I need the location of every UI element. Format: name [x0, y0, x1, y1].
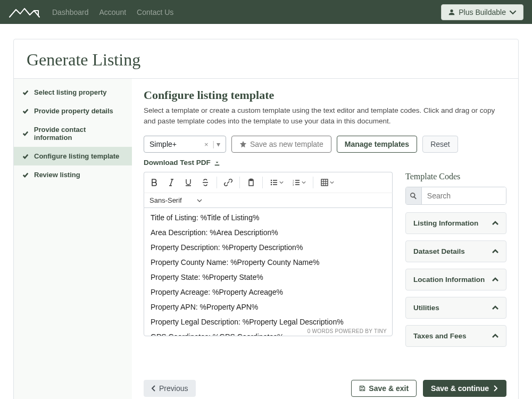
- underline-button[interactable]: [180, 174, 196, 190]
- chevron-down-icon: [330, 180, 334, 185]
- toolbar-divider: [313, 177, 313, 188]
- navbar: Dashboard Account Contact Us Plus Builda…: [0, 0, 532, 24]
- strikethrough-icon: [201, 178, 210, 187]
- svg-point-4: [271, 184, 272, 185]
- chevron-down-icon: ▾: [217, 140, 220, 148]
- template-select[interactable]: Simple+ × | ▾: [144, 136, 226, 153]
- clipboard-icon: [247, 178, 255, 187]
- accordion-dataset-details[interactable]: Dataset Details: [405, 240, 506, 262]
- accordion-location-information[interactable]: Location Information: [405, 269, 506, 290]
- paste-button[interactable]: [243, 174, 259, 190]
- save-icon: [359, 385, 365, 392]
- check-icon: [22, 153, 29, 160]
- previous-button[interactable]: Previous: [144, 380, 196, 397]
- wizard-footer-right: Save & exit Save & continue: [351, 380, 506, 397]
- logo-icon: [9, 5, 40, 19]
- wizard-card: Generate Listing Select listing property…: [13, 39, 519, 399]
- toolbar-divider: [217, 177, 217, 188]
- accordion-listing-information[interactable]: Listing Information: [405, 212, 506, 234]
- star-icon: [239, 140, 247, 148]
- strikethrough-button[interactable]: [197, 174, 213, 190]
- step-label: Review listing: [34, 171, 80, 179]
- editor-line: Property Description: %Property Descript…: [151, 243, 386, 252]
- download-icon: [214, 160, 220, 166]
- font-family-select[interactable]: Sans-Serif: [149, 196, 202, 204]
- editor-line: Property County Name: %Property County N…: [151, 258, 386, 267]
- page-container: Generate Listing Select listing property…: [13, 39, 519, 399]
- template-codes-panel: Template Codes Listing Information: [405, 172, 506, 353]
- save-as-new-template-label: Save as new template: [250, 140, 323, 148]
- table-button[interactable]: [317, 174, 338, 190]
- template-codes-search: [405, 187, 506, 205]
- step-label: Configure listing template: [34, 152, 119, 160]
- step-label: Provide contact information: [34, 126, 124, 142]
- step-provide-property-details[interactable]: Provide property details: [14, 102, 132, 120]
- svg-rect-8: [321, 179, 328, 186]
- save-and-continue-label: Save & continue: [431, 384, 489, 393]
- template-select-clear-icon[interactable]: ×: [204, 140, 209, 148]
- manage-templates-button[interactable]: Manage templates: [337, 136, 417, 153]
- save-and-continue-button[interactable]: Save & continue: [423, 380, 506, 397]
- reset-button[interactable]: Reset: [422, 136, 458, 153]
- chevron-up-icon: [492, 333, 498, 339]
- editor-line: Property APN: %Property APN%: [151, 303, 386, 311]
- bullet-list-button[interactable]: [266, 174, 287, 190]
- editor-line: Property Legal Description: %Property Le…: [151, 318, 386, 326]
- bold-button[interactable]: [146, 174, 162, 190]
- save-and-exit-button[interactable]: Save & exit: [351, 380, 417, 397]
- user-menu-label: Plus Buildable: [459, 8, 506, 16]
- accordion-label: Utilities: [413, 304, 439, 312]
- nav-left: Dashboard Account Contact Us: [9, 5, 173, 19]
- link-button[interactable]: [220, 174, 236, 190]
- user-menu-button[interactable]: Plus Buildable: [441, 4, 523, 20]
- accordion-label: Dataset Details: [413, 247, 465, 255]
- check-icon: [22, 108, 29, 114]
- editor-column: 123 Sans-Serif: [144, 172, 393, 336]
- user-icon: [448, 9, 455, 16]
- check-icon: [22, 130, 29, 137]
- chevron-left-icon: [152, 385, 156, 392]
- accordion-taxes-and-fees[interactable]: Taxes and Fees: [405, 325, 506, 347]
- template-codes-search-input[interactable]: [422, 187, 506, 204]
- chevron-up-icon: [492, 305, 498, 311]
- numbered-list-button[interactable]: 123: [288, 174, 310, 190]
- template-codes-title: Template Codes: [405, 172, 506, 181]
- check-icon: [22, 89, 29, 96]
- save-as-new-template-button[interactable]: Save as new template: [231, 136, 331, 153]
- previous-label: Previous: [159, 384, 188, 393]
- svg-point-2: [271, 180, 272, 181]
- reset-label: Reset: [430, 140, 450, 148]
- numbered-list-icon: 123: [292, 178, 301, 187]
- accordion-utilities[interactable]: Utilities: [405, 297, 506, 319]
- manage-templates-label: Manage templates: [345, 140, 409, 148]
- step-provide-contact-information[interactable]: Provide contact information: [14, 120, 132, 147]
- accordion-label: Taxes and Fees: [413, 332, 467, 340]
- editor-line: Property State: %Property State%: [151, 273, 386, 281]
- editor-footer-status: 0 WORDS POWERED BY TINY: [307, 328, 390, 334]
- bullet-list-icon: [270, 178, 278, 187]
- underline-icon: [184, 178, 193, 187]
- accordion-label: Listing Information: [413, 219, 478, 227]
- nav-dashboard[interactable]: Dashboard: [52, 8, 89, 16]
- chevron-right-icon: [492, 385, 498, 392]
- accordion-label: Location Information: [413, 276, 485, 284]
- editor-body[interactable]: Title of Listing: %Title of Listing%Area…: [144, 207, 393, 336]
- bold-icon: [150, 178, 159, 187]
- italic-button[interactable]: [163, 174, 179, 190]
- chevron-down-icon: [509, 9, 517, 16]
- step-review-listing[interactable]: Review listing: [14, 165, 132, 184]
- check-icon: [22, 172, 29, 178]
- table-icon: [320, 178, 329, 187]
- step-configure-listing-template[interactable]: Configure listing template: [14, 147, 132, 165]
- nav-account[interactable]: Account: [99, 8, 127, 16]
- download-test-pdf-label: Download Test PDF: [144, 159, 211, 167]
- italic-icon: [167, 178, 176, 187]
- toolbar-divider: [262, 177, 263, 188]
- save-and-exit-label: Save & exit: [369, 384, 409, 393]
- nav-contact-us[interactable]: Contact Us: [137, 8, 173, 16]
- chevron-up-icon: [492, 277, 498, 283]
- step-select-listing-property[interactable]: Select listing property: [14, 83, 132, 102]
- download-test-pdf-link[interactable]: Download Test PDF: [144, 159, 220, 167]
- step-label: Select listing property: [34, 88, 107, 96]
- chevron-up-icon: [492, 220, 498, 227]
